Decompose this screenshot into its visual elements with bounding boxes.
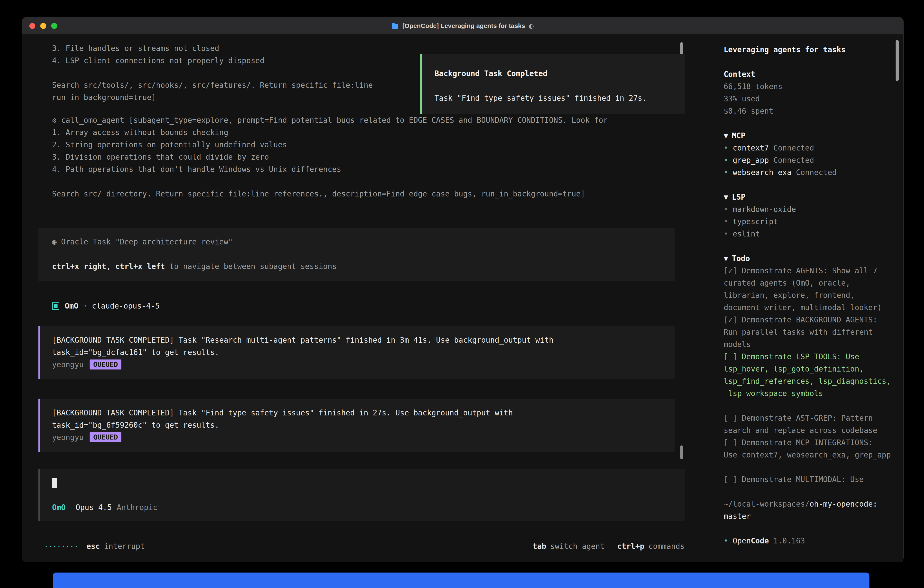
tab-key-hint: tab (533, 542, 546, 551)
mcp-item: • grep_app Connected (724, 154, 891, 167)
collapse-triangle-icon: ▼ (724, 254, 728, 263)
blank-line (724, 522, 891, 535)
agent-name-model: OmO · claude-opus-4-5 (65, 300, 160, 312)
toast-body: Task "Find type safety issues" finished … (434, 92, 685, 104)
close-button[interactable] (29, 23, 35, 29)
background-task-message: [BACKGROUND TASK COMPLETED] Task "Find t… (38, 399, 675, 452)
todo-line: [ ] Demonstrate MCP INTEGRATIONS: (724, 436, 891, 449)
blank-line (52, 248, 661, 260)
todo-line: Use context7, websearch_exa, grep_app (724, 449, 891, 461)
tool-call-list-item: 3. Division operations that could divide… (52, 151, 675, 163)
oracle-task-title: Oracle Task "Deep architecture review" (61, 237, 233, 246)
message-author: yeongyu (52, 433, 84, 442)
bullet-icon: • (724, 205, 728, 214)
window-controls (29, 17, 57, 34)
tool-call-line: ⚙ call_omo_agent [subagent_type=explore,… (52, 114, 675, 126)
bullet-icon: • (724, 217, 728, 226)
message-line: [BACKGROUND TASK COMPLETED] Task "Find t… (52, 407, 662, 419)
todo-section-heading[interactable]: ▼Todo (724, 253, 891, 265)
app-version-row: • OpenCode 1.0.163 (724, 535, 891, 547)
context-tokens: 66,518 tokens (724, 81, 891, 93)
chat-main-area: 3. File handles or streams not closed 4.… (22, 35, 695, 562)
blank-line (724, 400, 891, 412)
gear-icon: ⚙ (52, 116, 57, 125)
hint-key: ctrl+x left (115, 262, 165, 271)
agent-separator: · (83, 302, 87, 311)
todo-heading-label: Todo (732, 254, 750, 263)
mcp-item-status: Connected (774, 144, 814, 152)
prompt-input[interactable]: OmOOpus 4.5Anthropic (38, 469, 685, 521)
hint-text: to navigate between subagent sessions (165, 262, 337, 271)
input-model-name[interactable]: Opus 4.5 (76, 503, 112, 512)
collapse-triangle-icon: ▼ (724, 131, 728, 140)
main-scrollbar-mark[interactable] (680, 446, 683, 459)
todo-line: [ ] Demonstrate AST-GREP: Pattern (724, 412, 891, 424)
lsp-item: • markdown-oxide (724, 203, 891, 216)
minimize-button[interactable] (40, 23, 46, 29)
todo-line: models (724, 339, 891, 351)
workspace-path-prefix: ~/local-workspaces/ (724, 500, 810, 509)
lsp-item: • eslint (724, 228, 891, 240)
cmd-key-label: commands (648, 542, 685, 551)
queued-badge: QUEUED (89, 360, 121, 370)
bullet-icon: • (724, 537, 728, 545)
tool-call-block: ⚙ call_omo_agent [subagent_type=explore,… (38, 114, 675, 200)
oracle-icon: ◉ (52, 237, 57, 246)
todo-line: [ ] Demonstrate LSP TOOLS: Use (724, 351, 891, 363)
agent-header-row: OmO · claude-opus-4-5 (38, 300, 675, 312)
mcp-item: • context7 Connected (724, 142, 891, 154)
session-title: Leveraging agents for tasks (724, 44, 891, 56)
input-provider-name: Anthropic (117, 503, 158, 512)
output-line: 3. File handles or streams not closed (52, 42, 675, 55)
mcp-item-name: context7 (733, 144, 769, 152)
lsp-section-heading[interactable]: ▼LSP (724, 191, 891, 203)
workspace-repo: oh-my-opencode: (810, 500, 878, 509)
todo-line: curated agents (OmO, oracle, (724, 277, 891, 289)
queued-badge: QUEUED (89, 432, 121, 442)
cmd-key-hint: ctrl+p (617, 542, 644, 551)
agent-checkbox-icon (52, 302, 59, 310)
background-window-strip (53, 573, 870, 588)
input-cursor-line[interactable] (52, 477, 685, 489)
workspace-branch: master (724, 510, 891, 522)
toast-title: Background Task Completed (434, 68, 685, 80)
collapse-triangle-icon: ▼ (724, 193, 728, 202)
status-bar: ········escinterrupt tabswitch agentctrl… (44, 540, 685, 553)
text-cursor (52, 478, 57, 488)
sidebar-content: Leveraging agents for tasks Context 66,5… (724, 44, 891, 547)
tool-call-list-item: 4. Path operations that don't handle Win… (52, 163, 675, 175)
sidebar-scrollbar-thumb[interactable] (896, 40, 899, 81)
todo-line: librarian, explore, frontend, (724, 289, 891, 302)
mcp-heading-label: MCP (732, 131, 746, 140)
todo-item-pending: [ ] Demonstrate MULTIMODAL: Use (724, 473, 891, 486)
blank-line (724, 56, 891, 68)
todo-line: [✓] Demonstrate AGENTS: Show all 7 (724, 265, 891, 277)
task-completed-toast[interactable]: Background Task Completed Task "Find typ… (421, 55, 685, 114)
opencode-window: [OpenCode] Leveraging agents for tasks ◐… (22, 17, 904, 562)
tool-call-list-item: 2. String operations on potentially unde… (52, 139, 675, 151)
blank-line (724, 240, 891, 253)
todo-item-pending: [ ] Demonstrate MCP INTEGRATIONS: Use co… (724, 436, 891, 461)
todo-line: lsp_find_references, lsp_diagnostics, (724, 375, 891, 387)
mcp-item-name: grep_app (733, 156, 769, 165)
app-name-normal: Open (733, 537, 751, 545)
zoom-button[interactable] (51, 23, 57, 29)
message-author: yeongyu (52, 360, 84, 369)
agent-model: claude-opus-4-5 (92, 302, 160, 311)
oracle-task-title-line: ◉ Oracle Task "Deep architecture review" (52, 236, 661, 248)
app-name-bold: Code (751, 537, 769, 545)
hint-separator: , (106, 262, 115, 271)
subagent-nav-hint: ctrl+x right, ctrl+x left to navigate be… (52, 260, 661, 273)
todo-line: lsp_hover, lsp_goto_definition, (724, 363, 891, 375)
tab-key-label: switch agent (550, 542, 604, 551)
workspace-path: ~/local-workspaces/oh-my-opencode: (724, 498, 891, 510)
context-used: 33% used (724, 93, 891, 105)
input-agent-name[interactable]: OmO (52, 503, 66, 512)
todo-item-pending: [ ] Demonstrate AST-GREP: Pattern search… (724, 412, 891, 436)
mcp-section-heading[interactable]: ▼MCP (724, 130, 891, 142)
lsp-item-name: eslint (733, 230, 760, 238)
hint-key: ctrl+x right (52, 262, 106, 271)
message-line: [BACKGROUND TASK COMPLETED] Task "Resear… (52, 334, 662, 346)
status-right: tabswitch agentctrl+pcommands (533, 540, 685, 553)
titlebar[interactable]: [OpenCode] Leveraging agents for tasks ◐ (22, 17, 903, 35)
